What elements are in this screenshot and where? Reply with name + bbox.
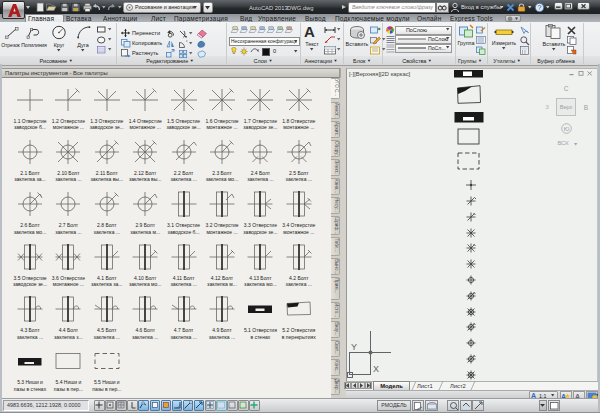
svg-text:X: X [373,364,379,374]
svg-text:?: ? [538,4,542,11]
svg-text:Y: Y [351,342,357,352]
